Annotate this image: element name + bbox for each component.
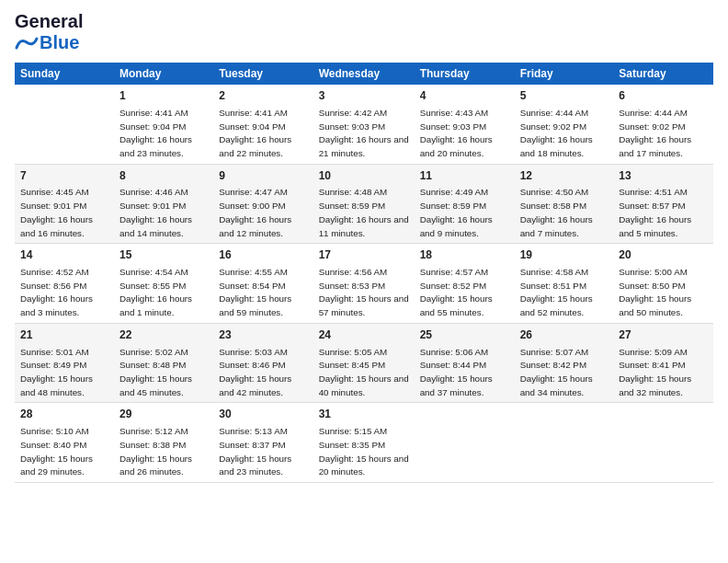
calendar-cell: 6 Sunrise: 4:44 AMSunset: 9:02 PMDayligh…	[613, 85, 713, 164]
day-number: 2	[219, 88, 307, 104]
day-number: 12	[520, 168, 609, 184]
sunrise-text: Sunrise: 5:15 AMSunset: 8:35 PMDaylight:…	[319, 426, 409, 477]
calendar-cell: 2 Sunrise: 4:41 AMSunset: 9:04 PMDayligh…	[213, 85, 313, 164]
calendar-cell: 3 Sunrise: 4:42 AMSunset: 9:03 PMDayligh…	[313, 85, 415, 164]
day-number: 17	[319, 247, 409, 263]
logo-text-container: General Blue	[15, 11, 83, 53]
logo-general-text: General	[15, 11, 83, 32]
sunrise-text: Sunrise: 5:03 AMSunset: 8:46 PMDaylight:…	[219, 347, 291, 397]
calendar-cell: 8 Sunrise: 4:46 AMSunset: 9:01 PMDayligh…	[114, 164, 213, 244]
day-number: 30	[219, 407, 307, 422]
sunrise-text: Sunrise: 5:06 AMSunset: 8:44 PMDaylight:…	[420, 347, 493, 397]
sunrise-text: Sunrise: 5:05 AMSunset: 8:45 PMDaylight:…	[319, 347, 409, 397]
day-number: 15	[119, 247, 208, 263]
calendar-cell: 25 Sunrise: 5:06 AMSunset: 8:44 PMDaylig…	[415, 323, 515, 403]
calendar-cell: 11 Sunrise: 4:49 AMSunset: 8:59 PMDaylig…	[415, 164, 515, 244]
header-row: General Blue	[15, 11, 713, 53]
calendar-week-row: 7 Sunrise: 4:45 AMSunset: 9:01 PMDayligh…	[15, 164, 713, 244]
calendar-week-row: 28 Sunrise: 5:10 AMSunset: 8:40 PMDaylig…	[15, 403, 713, 483]
sunrise-text: Sunrise: 5:07 AMSunset: 8:42 PMDaylight:…	[520, 347, 593, 397]
sunrise-text: Sunrise: 4:46 AMSunset: 9:01 PMDaylight:…	[119, 187, 192, 237]
sunrise-text: Sunrise: 4:45 AMSunset: 9:01 PMDaylight:…	[20, 187, 93, 237]
calendar-cell: 21 Sunrise: 5:01 AMSunset: 8:49 PMDaylig…	[15, 323, 114, 403]
day-number: 22	[119, 327, 208, 343]
day-number: 5	[520, 88, 609, 104]
day-number: 19	[520, 247, 609, 263]
sunrise-text: Sunrise: 4:43 AMSunset: 9:03 PMDaylight:…	[420, 108, 493, 158]
col-monday: Monday	[114, 63, 213, 85]
sunrise-text: Sunrise: 4:55 AMSunset: 8:54 PMDaylight:…	[219, 267, 291, 317]
day-number: 6	[619, 88, 708, 104]
sunrise-text: Sunrise: 4:44 AMSunset: 9:02 PMDaylight:…	[520, 108, 593, 158]
calendar-cell: 24 Sunrise: 5:05 AMSunset: 8:45 PMDaylig…	[313, 323, 415, 403]
sunrise-text: Sunrise: 4:42 AMSunset: 9:03 PMDaylight:…	[319, 108, 409, 158]
col-saturday: Saturday	[613, 63, 713, 85]
calendar-cell	[415, 403, 515, 483]
calendar-cell: 17 Sunrise: 4:56 AMSunset: 8:53 PMDaylig…	[313, 244, 415, 324]
sunrise-text: Sunrise: 5:12 AMSunset: 8:38 PMDaylight:…	[119, 426, 192, 477]
sunrise-text: Sunrise: 4:41 AMSunset: 9:04 PMDaylight:…	[119, 108, 192, 158]
calendar-cell: 27 Sunrise: 5:09 AMSunset: 8:41 PMDaylig…	[613, 323, 713, 403]
sunrise-text: Sunrise: 4:50 AMSunset: 8:58 PMDaylight:…	[520, 187, 593, 237]
calendar-cell: 19 Sunrise: 4:58 AMSunset: 8:51 PMDaylig…	[515, 244, 614, 324]
calendar-cell: 22 Sunrise: 5:02 AMSunset: 8:48 PMDaylig…	[114, 323, 213, 403]
day-number: 10	[319, 168, 409, 184]
page-container: General Blue Sunday Monday Tuesday Wedne…	[0, 0, 728, 490]
sunrise-text: Sunrise: 4:54 AMSunset: 8:55 PMDaylight:…	[119, 267, 192, 317]
calendar-week-row: 14 Sunrise: 4:52 AMSunset: 8:56 PMDaylig…	[15, 244, 713, 324]
calendar-cell: 26 Sunrise: 5:07 AMSunset: 8:42 PMDaylig…	[515, 323, 614, 403]
logo-combined: General Blue	[15, 11, 83, 53]
day-number: 7	[20, 168, 108, 184]
calendar-cell: 9 Sunrise: 4:47 AMSunset: 9:00 PMDayligh…	[213, 164, 313, 244]
day-number: 11	[420, 168, 509, 184]
calendar-cell: 4 Sunrise: 4:43 AMSunset: 9:03 PMDayligh…	[415, 85, 515, 164]
day-number: 29	[119, 407, 208, 422]
day-number: 4	[420, 88, 509, 104]
calendar-cell: 12 Sunrise: 4:50 AMSunset: 8:58 PMDaylig…	[515, 164, 614, 244]
day-number: 14	[20, 247, 108, 263]
calendar-cell: 31 Sunrise: 5:15 AMSunset: 8:35 PMDaylig…	[313, 403, 415, 483]
calendar-header-row: Sunday Monday Tuesday Wednesday Thursday…	[15, 63, 713, 85]
calendar-cell: 14 Sunrise: 4:52 AMSunset: 8:56 PMDaylig…	[15, 244, 114, 324]
col-thursday: Thursday	[415, 63, 515, 85]
col-sunday: Sunday	[15, 63, 114, 85]
day-number: 9	[219, 168, 307, 184]
logo-blue-row: Blue	[15, 32, 83, 53]
sunrise-text: Sunrise: 4:51 AMSunset: 8:57 PMDaylight:…	[619, 187, 691, 237]
day-number: 3	[319, 88, 409, 104]
sunrise-text: Sunrise: 4:49 AMSunset: 8:59 PMDaylight:…	[420, 187, 493, 237]
sunrise-text: Sunrise: 4:58 AMSunset: 8:51 PMDaylight:…	[520, 267, 593, 317]
calendar-cell: 30 Sunrise: 5:13 AMSunset: 8:37 PMDaylig…	[213, 403, 313, 483]
sunrise-text: Sunrise: 5:09 AMSunset: 8:41 PMDaylight:…	[619, 347, 691, 397]
calendar-cell: 23 Sunrise: 5:03 AMSunset: 8:46 PMDaylig…	[213, 323, 313, 403]
calendar-week-row: 21 Sunrise: 5:01 AMSunset: 8:49 PMDaylig…	[15, 323, 713, 403]
day-number: 23	[219, 327, 307, 343]
day-number: 24	[319, 327, 409, 343]
logo-blue-span: Blue	[40, 32, 79, 53]
day-number: 13	[619, 168, 708, 184]
day-number: 16	[219, 247, 307, 263]
sunrise-text: Sunrise: 4:47 AMSunset: 9:00 PMDaylight:…	[219, 187, 291, 237]
calendar-cell	[613, 403, 713, 483]
calendar-cell: 13 Sunrise: 4:51 AMSunset: 8:57 PMDaylig…	[613, 164, 713, 244]
calendar-cell: 15 Sunrise: 4:54 AMSunset: 8:55 PMDaylig…	[114, 244, 213, 324]
col-friday: Friday	[515, 63, 614, 85]
calendar-week-row: 1 Sunrise: 4:41 AMSunset: 9:04 PMDayligh…	[15, 85, 713, 164]
col-tuesday: Tuesday	[213, 63, 313, 85]
day-number: 28	[20, 407, 108, 422]
day-number: 20	[619, 247, 708, 263]
day-number: 26	[520, 327, 609, 343]
calendar-cell	[515, 403, 614, 483]
calendar-cell: 18 Sunrise: 4:57 AMSunset: 8:52 PMDaylig…	[415, 244, 515, 324]
day-number: 21	[20, 327, 108, 343]
calendar-cell: 7 Sunrise: 4:45 AMSunset: 9:01 PMDayligh…	[15, 164, 114, 244]
calendar-table: Sunday Monday Tuesday Wednesday Thursday…	[15, 63, 713, 483]
sunrise-text: Sunrise: 4:57 AMSunset: 8:52 PMDaylight:…	[420, 267, 493, 317]
logo-wave-svg	[15, 36, 39, 51]
day-number: 1	[119, 88, 208, 104]
day-number: 25	[420, 327, 509, 343]
sunrise-text: Sunrise: 5:10 AMSunset: 8:40 PMDaylight:…	[20, 426, 93, 477]
calendar-cell: 28 Sunrise: 5:10 AMSunset: 8:40 PMDaylig…	[15, 403, 114, 483]
sunrise-text: Sunrise: 4:48 AMSunset: 8:59 PMDaylight:…	[319, 187, 409, 237]
sunrise-text: Sunrise: 5:01 AMSunset: 8:49 PMDaylight:…	[20, 347, 93, 397]
